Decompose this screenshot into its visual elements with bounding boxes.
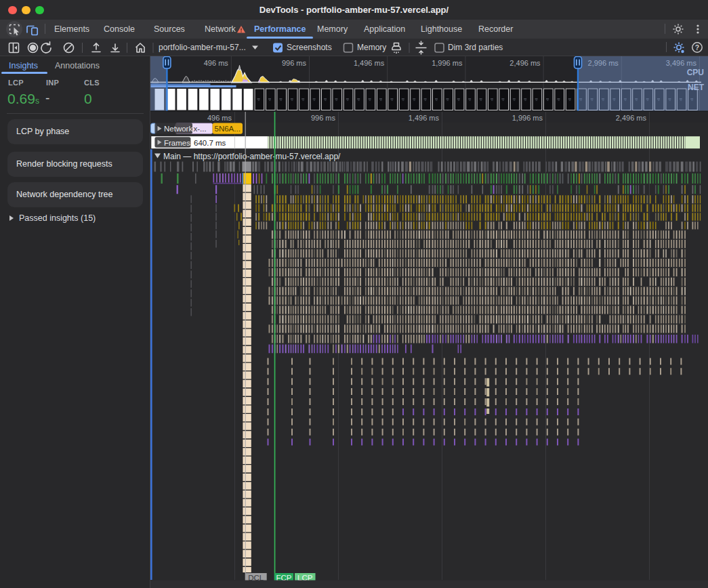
svg-text:5N6A...: 5N6A... xyxy=(215,125,241,133)
svg-text:496 ms: 496 ms xyxy=(204,59,229,67)
svg-text:496 ms: 496 ms xyxy=(207,114,232,122)
svg-text:996 ms: 996 ms xyxy=(282,59,307,67)
svg-text:1,996 ms: 1,996 ms xyxy=(512,114,543,122)
svg-text:2,496 ms: 2,496 ms xyxy=(616,114,647,122)
svg-text:1,496 ms: 1,496 ms xyxy=(354,59,385,67)
svg-text:640.7 ms: 640.7 ms xyxy=(194,139,226,147)
svg-text:Network: Network xyxy=(164,125,192,133)
svg-text:Frames: Frames xyxy=(164,139,190,147)
svg-text:1,996 ms: 1,996 ms xyxy=(432,59,463,67)
svg-text:Main — https://portfolio-amber: Main — https://portfolio-amber-mu-57.ver… xyxy=(163,152,341,161)
svg-text:CPU: CPU xyxy=(687,68,704,77)
svg-text:996 ms: 996 ms xyxy=(311,114,336,122)
svg-text:?: ? xyxy=(695,43,699,51)
svg-text:1,496 ms: 1,496 ms xyxy=(409,114,440,122)
svg-text:x-...: x-... xyxy=(194,125,207,133)
svg-text:NET: NET xyxy=(688,83,705,92)
svg-text:2,496 ms: 2,496 ms xyxy=(509,59,541,67)
